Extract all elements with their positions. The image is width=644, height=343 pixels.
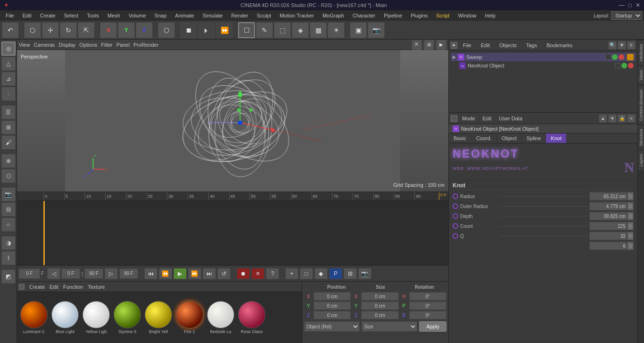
snap-btn[interactable]: ⊕	[1, 154, 16, 168]
cameras-menu[interactable]: Cameras	[34, 42, 55, 48]
next-frame-btn[interactable]: ⏩	[188, 268, 201, 279]
pos-y-input[interactable]	[314, 301, 351, 310]
attr-tab-object[interactable]: Object	[497, 134, 522, 143]
texture-btn[interactable]: ⬚	[274, 22, 291, 38]
obj-more-btn[interactable]: ≡	[627, 41, 636, 50]
neoknot-dot3[interactable]	[628, 63, 634, 68]
tc-camera-btn[interactable]: 📷	[358, 268, 372, 279]
wireframe-btn[interactable]: ☐	[238, 22, 255, 38]
rotate-tool[interactable]: ↻	[60, 22, 77, 38]
loop-btn[interactable]: ↺	[217, 268, 231, 279]
pos-x-input[interactable]	[314, 292, 351, 301]
key-info-btn[interactable]: ?	[266, 268, 279, 279]
q-radio[interactable]	[453, 233, 458, 239]
timeline-ruler[interactable]: 0 5 10 15 20 25 30 35 40 45 50 55 60 65 …	[17, 192, 448, 201]
current-frame-input[interactable]	[19, 268, 40, 279]
tc-sel-btn[interactable]: □	[300, 268, 313, 279]
radius-radio[interactable]	[453, 193, 458, 199]
layout-select[interactable]: Startup	[611, 11, 642, 20]
menu-script[interactable]: Script	[432, 12, 453, 19]
vert-tab-layers[interactable]: Layers	[638, 150, 644, 170]
material-luminant-c[interactable]: Luminant C	[20, 301, 48, 334]
menu-animate[interactable]: Animate	[171, 12, 198, 19]
render-btn[interactable]: 📷	[368, 22, 385, 38]
tc-grid-btn[interactable]: ⊞	[344, 268, 357, 279]
workplane-btn[interactable]: ⬡	[1, 169, 16, 183]
size-y-input[interactable]	[361, 301, 398, 310]
go-start-btn[interactable]: ⏮	[144, 268, 157, 279]
obj-search-btn[interactable]: 🔍	[608, 41, 617, 50]
attr-tab-spline[interactable]: Spline	[522, 134, 546, 143]
play-fwd-btn[interactable]: ⏩	[216, 22, 233, 38]
menu-edit[interactable]: Edit	[19, 12, 35, 19]
size-x-input[interactable]	[361, 292, 398, 301]
undo-button[interactable]: ↶	[2, 22, 19, 38]
q-stepper[interactable]: ⬡	[627, 232, 634, 240]
menu-motion-tracker[interactable]: Motion Tracker	[276, 12, 318, 19]
timeline-btn[interactable]: ⏹	[180, 22, 197, 38]
obj-filter-btn[interactable]: ▼	[618, 41, 626, 50]
neoknot-dot2[interactable]	[621, 63, 627, 68]
attr-up-btn[interactable]: ▲	[599, 114, 607, 123]
menu-render[interactable]: Render	[227, 12, 252, 19]
polygon-mode-btn[interactable]: △	[1, 57, 16, 71]
menu-volume[interactable]: Volume	[125, 12, 150, 19]
extra-stepper[interactable]: ⬡	[627, 242, 634, 250]
depth-input[interactable]	[589, 212, 627, 220]
x-axis-btn[interactable]: X	[100, 22, 117, 38]
attr-tab-basic[interactable]: Basic	[449, 134, 471, 143]
timeline-track[interactable]	[17, 201, 448, 266]
radius-input[interactable]	[589, 192, 627, 201]
vert-tab-takes[interactable]: Takes	[638, 66, 644, 85]
material-bright-yellow[interactable]: Bright Yell	[144, 301, 173, 334]
viewport-grid[interactable]: ⊞	[424, 40, 434, 50]
count-input[interactable]	[589, 222, 627, 230]
sweep-dot2[interactable]	[612, 54, 618, 60]
color-btn[interactable]: ◈	[292, 22, 309, 38]
outer-radius-input[interactable]	[589, 202, 627, 210]
render-region-btn[interactable]: ▣	[350, 22, 367, 38]
start-frame-input[interactable]	[61, 268, 80, 279]
rot-p-input[interactable]	[409, 301, 446, 310]
menu-select[interactable]: Select	[60, 12, 83, 19]
menu-mograph[interactable]: MoGraph	[319, 12, 348, 19]
edge-mode-btn[interactable]: ⊿	[1, 72, 16, 86]
end-frame-input[interactable]	[84, 268, 103, 279]
obj-tab-file[interactable]: File	[459, 42, 475, 49]
attr-tab-coord[interactable]: Coord.	[471, 134, 497, 143]
view-menu[interactable]: View	[19, 42, 30, 48]
psr-mode-dropdown[interactable]: Object (Rel)	[304, 321, 360, 332]
materials-btn[interactable]: ◩	[1, 269, 16, 284]
outer-radius-radio[interactable]	[453, 203, 458, 209]
count-stepper[interactable]: ⬡	[627, 222, 634, 230]
go-end-btn[interactable]: ⏭	[203, 268, 216, 279]
menu-window[interactable]: Window	[454, 12, 480, 19]
attr-edit-tab[interactable]: Edit	[480, 115, 495, 122]
panel-menu[interactable]: Panel	[116, 42, 130, 48]
attr-down-btn[interactable]: ▼	[608, 114, 617, 123]
pos-z-input[interactable]	[314, 311, 351, 319]
shading-btn[interactable]: ▦	[310, 22, 327, 38]
obj-tab-tags[interactable]: Tags	[522, 42, 541, 49]
move-tool[interactable]: ✛	[42, 22, 59, 38]
light-btn[interactable]: ☀	[328, 22, 345, 38]
y-axis-btn[interactable]: Y	[118, 22, 135, 38]
edit-mode-btn[interactable]: ✎	[256, 22, 273, 38]
z-axis-btn[interactable]: Z	[136, 22, 153, 38]
maximize-button[interactable]: □	[628, 2, 632, 8]
sculpt-btn[interactable]: ◑	[1, 236, 16, 250]
menu-plugins[interactable]: Plugins	[407, 12, 431, 19]
minimize-button[interactable]: —	[619, 2, 625, 8]
model-btn[interactable]: ☰	[1, 105, 16, 119]
apply-button[interactable]: Apply	[419, 321, 446, 332]
play-btn[interactable]: ⏵	[198, 22, 215, 38]
obj-sweep[interactable]: ▶ ⊙ Sweep	[451, 53, 636, 61]
close-button[interactable]: ✕	[636, 2, 640, 8]
object-mode-btn[interactable]: ◎	[1, 42, 16, 56]
deform-btn[interactable]: ⌇	[1, 251, 16, 265]
material-blue-light[interactable]: Blue Light	[51, 301, 79, 334]
obj-neoknot[interactable]: ∞ NeoKnot Object	[457, 61, 636, 70]
depth-stepper[interactable]: ⬡	[627, 212, 634, 220]
mat-function-menu[interactable]: Function	[63, 284, 83, 290]
prorender-menu[interactable]: ProRender	[133, 42, 158, 48]
